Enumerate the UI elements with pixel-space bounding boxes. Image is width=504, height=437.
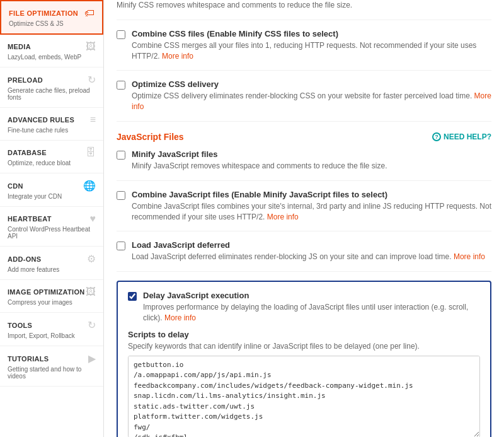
main-content: Minify CSS removes whitespace and commen… xyxy=(104,0,504,437)
sidebar-item-preload[interactable]: PRELOAD ↻ Generate cache files, preload … xyxy=(0,67,103,108)
sidebar-item-media[interactable]: MEDIA 🖼 LazyLoad, embeds, WebP xyxy=(0,35,103,67)
sidebar-item-file-optimization[interactable]: FILE OPTIMIZATION 🏷 Optimize CSS & JS xyxy=(0,0,103,35)
sidebar-item-title: HEARTBEAT xyxy=(8,215,52,223)
scripts-to-delay-desc: Specify keywords that can identify inlin… xyxy=(128,342,480,351)
load-js-deferred-desc: Load JavaScript deferred eliminates rend… xyxy=(132,252,485,262)
top-minify-css-text: Minify CSS removes whitespace and commen… xyxy=(117,0,491,20)
sidebar-item-title: FILE OPTIMIZATION xyxy=(9,9,78,17)
optimize-css-title: Optimize CSS delivery xyxy=(132,79,491,89)
sidebar-item-add-ons[interactable]: ADD-ONS ⚙ Add more features xyxy=(0,247,103,280)
sidebar-item-title: TUTORIALS xyxy=(8,355,49,363)
sidebar-item-desc: Control WordPress Heartbeat API xyxy=(8,226,96,240)
combine-css-desc: Combine CSS merges all your files into 1… xyxy=(132,40,491,62)
need-help-link[interactable]: ? NEED HELP? xyxy=(432,132,491,141)
file-optimization-icon: 🏷 xyxy=(84,8,94,19)
sidebar-item-desc: Add more features xyxy=(8,266,96,273)
heartbeat-icon: ♥ xyxy=(90,213,96,224)
need-help-label: NEED HELP? xyxy=(444,132,491,141)
database-icon: 🗄 xyxy=(86,147,96,158)
combine-js-title: Combine JavaScript files (Enable Minify … xyxy=(132,190,491,199)
sidebar-item-database[interactable]: DATABASE 🗄 Optimize, reduce bloat xyxy=(0,141,103,173)
delay-js-title: Delay JavaScript execution xyxy=(143,291,480,300)
combine-css-option: Combine CSS files (Enable Minify CSS fil… xyxy=(117,29,491,71)
optimize-css-option: Optimize CSS delivery Optimize CSS deliv… xyxy=(117,79,491,122)
sidebar-item-desc: Compress your images xyxy=(8,299,96,306)
sidebar-item-title: ADD-ONS xyxy=(8,255,41,263)
sidebar-item-desc: Integrate your CDN xyxy=(8,193,96,200)
sidebar-item-desc: Optimize, reduce bloat xyxy=(8,160,96,166)
load-js-deferred-title: Load JavaScript deferred xyxy=(132,240,485,250)
js-section-title: JavaScript Files xyxy=(117,132,184,142)
optimize-css-desc: Optimize CSS delivery eliminates render-… xyxy=(132,91,491,112)
sidebar-item-cdn[interactable]: CDN 🌐 Integrate your CDN xyxy=(0,173,103,207)
combine-js-desc: Combine JavaScript files combines your s… xyxy=(132,201,491,223)
advanced-rules-icon: ≡ xyxy=(90,114,96,125)
preload-icon: ↻ xyxy=(88,74,96,86)
sidebar-item-title: TOOLS xyxy=(8,322,32,329)
sidebar-item-title: IMAGE OPTIMIZATION xyxy=(8,288,85,296)
combine-js-checkbox[interactable] xyxy=(117,191,125,200)
delay-js-header: Delay JavaScript execution Improves perf… xyxy=(128,291,480,323)
sidebar-item-title: CDN xyxy=(8,182,23,190)
add-ons-icon: ⚙ xyxy=(87,253,96,265)
minify-js-checkbox[interactable] xyxy=(117,151,125,160)
optimize-css-checkbox[interactable] xyxy=(117,81,125,90)
combine-css-more-info[interactable]: More info xyxy=(162,52,193,61)
sidebar-item-advanced-rules[interactable]: ADVANCED RULES ≡ Fine-tune cache rules xyxy=(0,108,103,141)
minify-js-desc: Minify JavaScript removes whitespace and… xyxy=(132,161,387,172)
delay-js-box: Delay JavaScript execution Improves perf… xyxy=(117,281,491,437)
load-js-deferred-more-info[interactable]: More info xyxy=(454,252,485,261)
sidebar-item-desc: Getting started and how to videos xyxy=(8,366,96,380)
sidebar-item-title: ADVANCED RULES xyxy=(8,116,74,124)
scripts-to-delay-label: Scripts to delay xyxy=(128,330,480,339)
sidebar-item-title: PRELOAD xyxy=(8,76,43,84)
minify-js-title: Minify JavaScript files xyxy=(132,149,387,159)
tools-icon: ↻ xyxy=(88,319,96,331)
image-optimization-icon: 🖼 xyxy=(86,286,96,298)
sidebar-item-tools[interactable]: TOOLS ↻ Import, Export, Rollback xyxy=(0,313,103,346)
load-js-deferred-checkbox[interactable] xyxy=(117,242,125,250)
sidebar: FILE OPTIMIZATION 🏷 Optimize CSS & JS ME… xyxy=(0,0,104,437)
sidebar-item-tutorials[interactable]: TUTORIALS ▶ Getting started and how to v… xyxy=(0,346,103,387)
sidebar-item-title: DATABASE xyxy=(8,149,47,156)
delay-js-checkbox[interactable] xyxy=(128,292,137,301)
sidebar-item-desc: Fine-tune cache rules xyxy=(8,127,96,134)
combine-css-checkbox[interactable] xyxy=(117,30,125,39)
sidebar-item-desc: LazyLoad, embeds, WebP xyxy=(8,54,96,61)
cdn-icon: 🌐 xyxy=(83,180,96,192)
load-js-deferred-option: Load JavaScript deferred Load JavaScript… xyxy=(117,240,491,272)
sidebar-item-heartbeat[interactable]: HEARTBEAT ♥ Control WordPress Heartbeat … xyxy=(0,207,103,247)
combine-css-title: Combine CSS files (Enable Minify CSS fil… xyxy=(132,29,491,38)
need-help-icon: ? xyxy=(432,132,441,141)
combine-js-option: Combine JavaScript files (Enable Minify … xyxy=(117,190,491,232)
minify-js-option: Minify JavaScript files Minify JavaScrip… xyxy=(117,149,491,181)
media-icon: 🖼 xyxy=(86,41,96,52)
sidebar-item-image-optimization[interactable]: IMAGE OPTIMIZATION 🖼 Compress your image… xyxy=(0,280,103,313)
sidebar-item-desc: Generate cache files, preload fonts xyxy=(8,87,96,101)
combine-js-more-info[interactable]: More info xyxy=(267,213,299,221)
sidebar-item-title: MEDIA xyxy=(8,43,31,50)
scripts-textarea[interactable] xyxy=(128,356,480,437)
delay-js-desc: Improves performance by delaying the loa… xyxy=(143,302,480,323)
sidebar-item-desc: Optimize CSS & JS xyxy=(9,20,94,27)
js-section-heading: JavaScript Files ? NEED HELP? xyxy=(117,132,491,142)
delay-js-more-info[interactable]: More info xyxy=(164,313,196,322)
tutorials-icon: ▶ xyxy=(88,353,96,364)
sidebar-item-desc: Import, Export, Rollback xyxy=(8,332,96,339)
